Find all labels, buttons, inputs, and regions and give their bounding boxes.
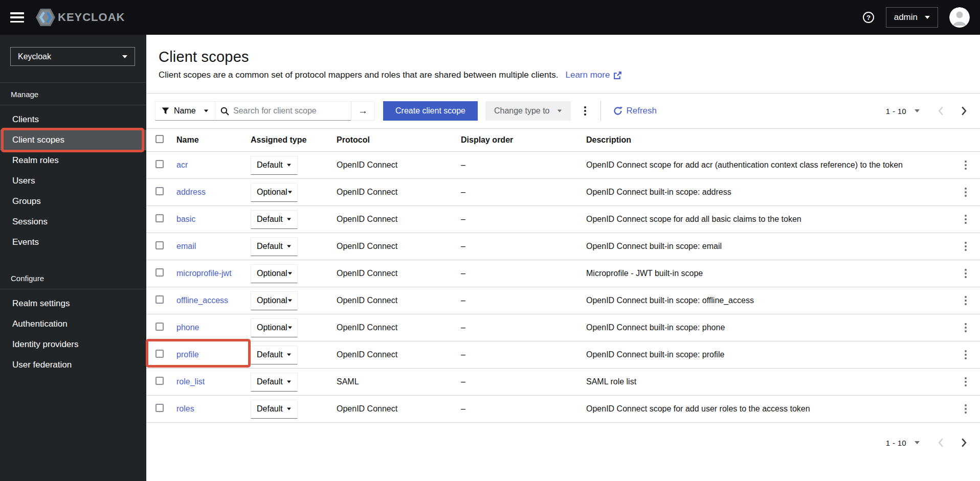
row-kebab-menu[interactable] xyxy=(962,374,970,390)
nav-section-configure: Configure Realm settings Authentication … xyxy=(0,267,146,375)
display-order-cell: – xyxy=(461,404,586,414)
row-kebab-menu[interactable] xyxy=(962,185,970,200)
sidebar-item-user-federation[interactable]: User federation xyxy=(0,355,146,375)
select-all-checkbox[interactable] xyxy=(155,135,164,143)
row-checkbox[interactable] xyxy=(155,214,164,222)
pagination-options-toggle[interactable] xyxy=(915,109,920,112)
change-type-dropdown[interactable]: Change type to xyxy=(485,101,571,121)
sidebar-item-realm-settings[interactable]: Realm settings xyxy=(0,293,146,314)
learn-more-link[interactable]: Learn more xyxy=(565,70,622,80)
column-header-name: Name xyxy=(176,135,251,145)
table-row-role_list: role_list Default SAML – SAML role list xyxy=(146,369,980,396)
row-checkbox[interactable] xyxy=(155,241,164,249)
assigned-type-select[interactable]: Optional xyxy=(251,264,298,283)
external-link-icon xyxy=(613,71,622,80)
hamburger-menu-icon[interactable] xyxy=(10,12,24,22)
pagination-options-toggle[interactable] xyxy=(915,441,920,444)
search-submit-button[interactable]: → xyxy=(351,101,375,121)
assigned-type-select[interactable]: Default xyxy=(251,237,298,256)
description-cell: OpenID Connect scope for add user roles … xyxy=(586,404,951,414)
filter-type-select[interactable]: Name xyxy=(155,101,215,121)
create-client-scope-button[interactable]: Create client scope xyxy=(383,101,478,121)
svg-text:?: ? xyxy=(866,14,871,21)
next-page-button[interactable] xyxy=(961,438,967,447)
row-checkbox[interactable] xyxy=(155,295,164,304)
sidebar-item-identity-providers[interactable]: Identity providers xyxy=(0,334,146,355)
table-toolbar: Name → Create client scope Change type t… xyxy=(146,94,980,128)
previous-page-button[interactable] xyxy=(938,438,944,447)
realm-selector[interactable]: Keycloak xyxy=(10,47,135,66)
sidebar-item-groups[interactable]: Groups xyxy=(0,191,146,212)
client-scope-name-link[interactable]: microprofile-jwt xyxy=(176,269,232,278)
row-checkbox[interactable] xyxy=(155,268,164,277)
client-scope-name-link[interactable]: role_list xyxy=(176,377,205,386)
avatar[interactable] xyxy=(949,7,970,28)
row-kebab-menu[interactable] xyxy=(962,239,970,254)
row-checkbox[interactable] xyxy=(155,160,164,168)
sidebar-item-client-scopes[interactable]: Client scopes xyxy=(0,130,146,150)
client-scope-name-link[interactable]: profile xyxy=(176,350,199,359)
search-input[interactable] xyxy=(233,106,346,116)
client-scope-name-link[interactable]: acr xyxy=(176,161,188,169)
row-checkbox[interactable] xyxy=(155,377,164,385)
help-icon[interactable]: ? xyxy=(862,11,875,24)
main-content: Client scopes Client scopes are a common… xyxy=(146,35,980,481)
assigned-type-select[interactable]: Default xyxy=(251,210,298,229)
row-kebab-menu[interactable] xyxy=(962,293,970,308)
keycloak-admin-console: KEYCLOAK ? admin Keycloak Manage xyxy=(0,0,980,481)
protocol-cell: OpenID Connect xyxy=(337,215,461,224)
next-page-button[interactable] xyxy=(961,106,967,116)
column-header-display-order: Display order xyxy=(461,135,586,145)
sidebar-item-events[interactable]: Events xyxy=(0,232,146,253)
assigned-type-select[interactable]: Optional xyxy=(251,183,298,202)
row-kebab-menu[interactable] xyxy=(962,347,970,362)
protocol-cell: SAML xyxy=(337,377,461,386)
sidebar-item-sessions[interactable]: Sessions xyxy=(0,212,146,232)
client-scope-name-link[interactable]: address xyxy=(176,188,206,196)
row-checkbox[interactable] xyxy=(155,323,164,331)
client-scope-name-link[interactable]: offline_access xyxy=(176,296,228,305)
chevron-down-icon xyxy=(288,272,292,275)
client-scope-name-link[interactable]: basic xyxy=(176,215,195,223)
assigned-type-select[interactable]: Default xyxy=(251,400,298,419)
table-header-row: Name Assigned type Protocol Display orde… xyxy=(146,128,980,152)
chevron-down-icon xyxy=(287,218,291,221)
table-row-phone: phone Optional OpenID Connect – OpenID C… xyxy=(146,314,980,341)
table-row-microprofile-jwt: microprofile-jwt Optional OpenID Connect… xyxy=(146,260,980,287)
row-kebab-menu[interactable] xyxy=(962,320,970,335)
page-title: Client scopes xyxy=(159,49,967,65)
row-kebab-menu[interactable] xyxy=(962,157,970,173)
assigned-type-select[interactable]: Default xyxy=(251,373,298,392)
row-checkbox[interactable] xyxy=(155,350,164,358)
nav-list-configure: Realm settings Authentication Identity p… xyxy=(0,289,146,375)
sidebar-item-authentication[interactable]: Authentication xyxy=(0,314,146,334)
pagination-top: 1 - 10 xyxy=(886,106,967,116)
display-order-cell: – xyxy=(461,350,586,359)
description-cell: OpenID Connect built-in scope: offline_a… xyxy=(586,296,951,305)
table-row-profile: profile Default OpenID Connect – OpenID … xyxy=(146,341,980,369)
row-checkbox[interactable] xyxy=(155,404,164,412)
assigned-type-select[interactable]: Optional xyxy=(251,291,298,310)
assigned-type-select[interactable]: Default xyxy=(251,156,298,175)
refresh-button[interactable]: Refresh xyxy=(613,106,657,116)
sidebar-item-users[interactable]: Users xyxy=(0,171,146,191)
sidebar-item-clients[interactable]: Clients xyxy=(0,109,146,130)
toolbar-kebab-menu[interactable] xyxy=(581,103,589,119)
assigned-type-select[interactable]: Default xyxy=(251,346,298,364)
chevron-down-icon xyxy=(287,245,291,248)
client-scope-name-link[interactable]: phone xyxy=(176,323,199,332)
client-scope-name-link[interactable]: roles xyxy=(176,404,194,413)
user-menu-dropdown[interactable]: admin xyxy=(886,7,938,28)
page-description-text: Client scopes are a common set of protoc… xyxy=(159,70,558,80)
client-scope-name-link[interactable]: email xyxy=(176,242,196,250)
assigned-type-select[interactable]: Optional xyxy=(251,318,298,337)
table-row-email: email Default OpenID Connect – OpenID Co… xyxy=(146,233,980,260)
chevron-down-icon xyxy=(287,381,291,383)
row-checkbox[interactable] xyxy=(155,187,164,195)
row-kebab-menu[interactable] xyxy=(962,212,970,227)
previous-page-button[interactable] xyxy=(938,106,944,116)
row-kebab-menu[interactable] xyxy=(962,401,970,417)
row-kebab-menu[interactable] xyxy=(962,266,970,281)
protocol-cell: OpenID Connect xyxy=(337,323,461,332)
sidebar-item-realm-roles[interactable]: Realm roles xyxy=(0,150,146,171)
